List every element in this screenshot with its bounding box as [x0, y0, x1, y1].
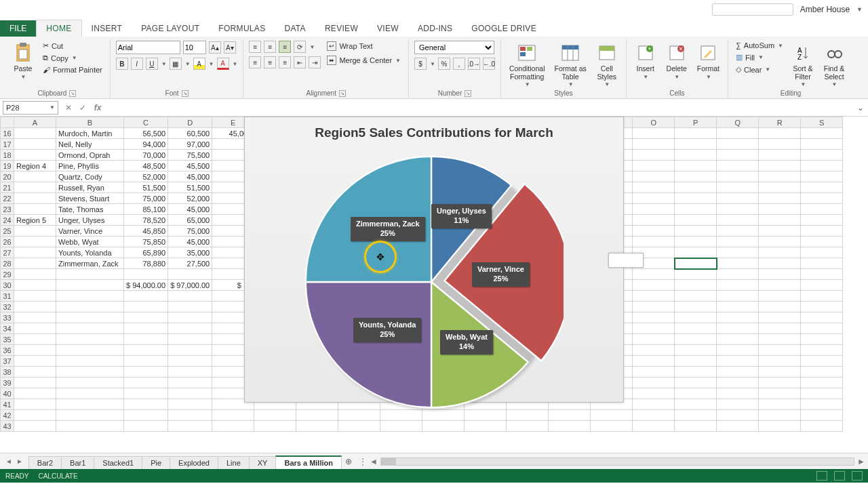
- sheet-nav-first[interactable]: ◄: [5, 458, 12, 465]
- cell-A20[interactable]: [14, 171, 56, 182]
- cell-D21[interactable]: 51,500: [168, 182, 212, 193]
- cell-C22[interactable]: 75,000: [124, 193, 168, 204]
- cell-R26[interactable]: [759, 237, 801, 247]
- cell-C33[interactable]: [124, 312, 168, 323]
- new-sheet-button[interactable]: ⊕: [341, 453, 356, 469]
- cell-P20[interactable]: [675, 171, 717, 182]
- cell-C41[interactable]: [124, 399, 168, 410]
- cell-R23[interactable]: [759, 204, 801, 215]
- sheet-tab-line[interactable]: Line: [218, 456, 250, 469]
- formula-input[interactable]: [108, 103, 852, 113]
- cell-C26[interactable]: 75,850: [124, 237, 168, 247]
- fill-button[interactable]: ▥Fill▼: [734, 52, 785, 62]
- cell-R30[interactable]: [759, 280, 801, 291]
- chart-data-label-1[interactable]: Unger, Ulyses11%: [431, 204, 492, 228]
- orientation-button[interactable]: ⟳: [294, 41, 306, 53]
- cell-E43[interactable]: [212, 421, 254, 432]
- cell-D41[interactable]: [168, 399, 212, 410]
- worksheet[interactable]: ABCDEFGHIJKLMNOPQRS16Murdoch, Martin56,5…: [0, 117, 868, 453]
- cell-R18[interactable]: [759, 150, 801, 161]
- cell-A31[interactable]: [14, 291, 56, 302]
- tell-me-box[interactable]: [712, 3, 793, 16]
- paste-button[interactable]: Paste ▼: [9, 41, 37, 81]
- cell-L43[interactable]: [507, 421, 549, 432]
- view-page-layout-button[interactable]: [834, 471, 845, 481]
- cell-O34[interactable]: [633, 323, 675, 334]
- cell-B26[interactable]: Webb, Wyat: [56, 237, 124, 247]
- cell-D22[interactable]: 52,000: [168, 193, 212, 204]
- underline-button[interactable]: U: [146, 58, 158, 70]
- cell-P36[interactable]: [675, 345, 717, 356]
- cell-Q36[interactable]: [717, 345, 759, 356]
- cell-O16[interactable]: [633, 128, 675, 139]
- cell-O33[interactable]: [633, 312, 675, 323]
- cell-D16[interactable]: 60,500: [168, 128, 212, 139]
- cell-B42[interactable]: [56, 410, 124, 421]
- clipboard-launcher[interactable]: ↘: [69, 90, 76, 97]
- cell-S41[interactable]: [801, 399, 843, 410]
- cell-A25[interactable]: [14, 226, 56, 237]
- tab-formulas[interactable]: FORMULAS: [209, 20, 275, 37]
- number-launcher[interactable]: ↘: [465, 90, 471, 97]
- cell-C30[interactable]: $ 94,000.00: [124, 280, 168, 291]
- increase-font-button[interactable]: A▴: [209, 41, 221, 54]
- embedded-pie-chart[interactable]: Region5 Sales Contributions for March Zi…: [244, 117, 624, 403]
- cell-P18[interactable]: [675, 150, 717, 161]
- cell-P43[interactable]: [675, 421, 717, 432]
- font-size-combo[interactable]: [183, 41, 206, 54]
- cell-S20[interactable]: [801, 171, 843, 182]
- cell-C21[interactable]: 51,500: [124, 182, 168, 193]
- align-left-button[interactable]: ≡: [249, 56, 261, 68]
- cell-B36[interactable]: [56, 345, 124, 356]
- cell-Q26[interactable]: [717, 237, 759, 247]
- cell-B27[interactable]: Younts, Yolanda: [56, 247, 124, 258]
- cell-S35[interactable]: [801, 334, 843, 345]
- cell-O38[interactable]: [633, 367, 675, 378]
- pie-slice-3[interactable]: [306, 282, 431, 407]
- cell-R39[interactable]: [759, 378, 801, 388]
- cell-D24[interactable]: 65,000: [168, 215, 212, 226]
- cell-Q34[interactable]: [717, 323, 759, 334]
- cell-A42[interactable]: [14, 410, 56, 421]
- cell-E42[interactable]: [212, 410, 254, 421]
- cell-C42[interactable]: [124, 410, 168, 421]
- cell-R40[interactable]: [759, 388, 801, 399]
- cell-P30[interactable]: [675, 280, 717, 291]
- cell-B43[interactable]: [56, 421, 124, 432]
- cell-P26[interactable]: [675, 237, 717, 247]
- sort-filter-button[interactable]: AZSort & Filter▼: [789, 41, 816, 89]
- cell-P19[interactable]: [675, 161, 717, 171]
- cell-C28[interactable]: 78,880: [124, 258, 168, 269]
- cell-O39[interactable]: [633, 378, 675, 388]
- cell-R16[interactable]: [759, 128, 801, 139]
- cell-styles-button[interactable]: Cell Styles▼: [593, 41, 620, 89]
- cell-P39[interactable]: [675, 378, 717, 388]
- row-header-31[interactable]: 31: [1, 291, 14, 302]
- tab-page-layout[interactable]: PAGE LAYOUT: [132, 20, 209, 37]
- select-all-corner[interactable]: [1, 117, 14, 128]
- row-header-20[interactable]: 20: [1, 171, 14, 182]
- cell-S36[interactable]: [801, 345, 843, 356]
- cell-S42[interactable]: [801, 410, 843, 421]
- cell-Q28[interactable]: [717, 258, 759, 269]
- signed-in-user[interactable]: Amber House: [800, 5, 850, 14]
- cell-A18[interactable]: [14, 150, 56, 161]
- cell-P24[interactable]: [675, 215, 717, 226]
- col-header-P[interactable]: P: [675, 117, 717, 128]
- cell-A38[interactable]: [14, 367, 56, 378]
- cell-D43[interactable]: [168, 421, 212, 432]
- percent-button[interactable]: %: [438, 58, 450, 70]
- col-header-D[interactable]: D: [168, 117, 212, 128]
- cell-O22[interactable]: [633, 193, 675, 204]
- row-header-33[interactable]: 33: [1, 312, 14, 323]
- clear-button[interactable]: ◇Clear▼: [734, 64, 785, 75]
- tab-review[interactable]: REVIEW: [315, 20, 368, 37]
- row-header-35[interactable]: 35: [1, 334, 14, 345]
- cell-A27[interactable]: [14, 247, 56, 258]
- cell-A41[interactable]: [14, 399, 56, 410]
- cell-D33[interactable]: [168, 312, 212, 323]
- cell-O19[interactable]: [633, 161, 675, 171]
- cell-R17[interactable]: [759, 139, 801, 150]
- decrease-indent-button[interactable]: ⇤: [294, 56, 306, 68]
- cell-R19[interactable]: [759, 161, 801, 171]
